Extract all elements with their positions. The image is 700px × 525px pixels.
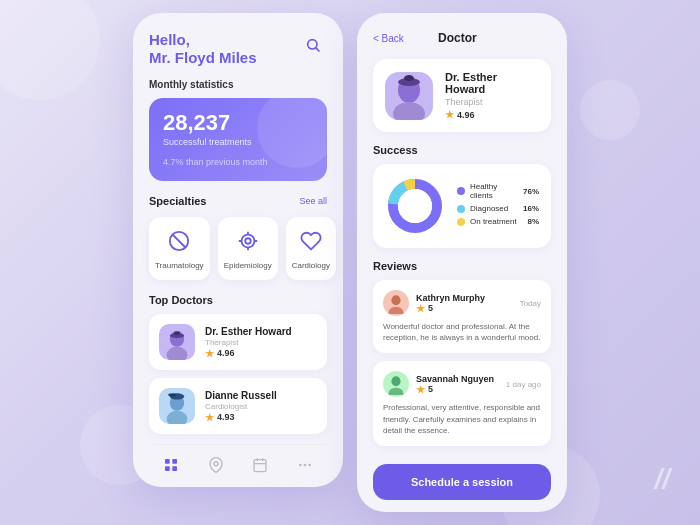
review-card-savannah: Savannah Nguyen ★ 5 1 day ago Profession… (373, 361, 551, 446)
svg-point-40 (391, 377, 400, 387)
profile-info: Dr. Esther Howard Therapist ★ 4.96 (445, 71, 539, 120)
reviewer-name-savannah: Savannah Nguyen (416, 374, 494, 384)
svg-rect-23 (254, 460, 266, 472)
review-header-savannah: Savannah Nguyen ★ 5 1 day ago (383, 371, 541, 397)
specialty-cardiology[interactable]: Cardiology (286, 217, 336, 280)
svg-point-38 (391, 295, 400, 305)
nav-location-icon[interactable] (206, 455, 226, 475)
nav-calendar-icon[interactable] (250, 455, 270, 475)
svg-point-41 (389, 388, 404, 395)
svg-point-13 (174, 332, 180, 335)
specialty-epidemiology[interactable]: Epidemiology (218, 217, 278, 280)
reviewer-info-kathryn: Kathryn Murphy ★ 5 (383, 290, 485, 316)
review-header-kathryn: Kathryn Murphy ★ 5 Today (383, 290, 541, 316)
doctor-name-dianne: Dianne Russell (205, 390, 277, 401)
specialty-traumatology[interactable]: Traumatology (149, 217, 210, 280)
review-time-savannah: 1 day ago (506, 380, 541, 389)
svg-point-39 (389, 307, 404, 314)
svg-point-29 (308, 464, 311, 467)
legend-dot-diagnosed (457, 205, 465, 213)
review-text-kathryn: Wonderful doctor and professional. At th… (383, 321, 541, 343)
svg-rect-19 (173, 459, 178, 464)
reviews-section: Reviews Kathryn Murphy ★ (373, 260, 551, 446)
cardiology-icon (297, 227, 325, 255)
doctor-spec-esther: Therapist (205, 338, 292, 347)
specialties-header: Specialties See all (149, 195, 327, 207)
star-icon: ★ (205, 412, 214, 423)
doctor-spec-dianne: Cardiologist (205, 402, 277, 411)
svg-point-33 (404, 75, 414, 81)
bottom-nav (149, 444, 327, 475)
cardiology-label: Cardiology (292, 261, 330, 270)
reviewer-rating-savannah: ★ 5 (416, 384, 494, 395)
nav-home-icon[interactable] (161, 455, 181, 475)
reviewer-avatar-kathryn (383, 290, 409, 316)
doctor-name-esther: Dr. Esther Howard (205, 326, 292, 337)
greeting: Hello, Mr. Floyd Miles (149, 31, 257, 67)
phones-container: Hello, Mr. Floyd Miles Monthly statistic… (133, 13, 567, 512)
specialties-row: Traumatology Epidemiology (149, 217, 327, 280)
avatar-dianne (159, 388, 195, 424)
star-icon: ★ (205, 348, 214, 359)
review-time-kathryn: Today (520, 299, 541, 308)
profile-doctor-name: Dr. Esther Howard (445, 71, 539, 95)
svg-point-17 (168, 393, 176, 396)
success-content: Healthy clients 76% Diagnosed 16% On tre… (373, 164, 551, 248)
reviewer-name-kathryn: Kathryn Murphy (416, 293, 485, 303)
reviewer-avatar-savannah (383, 371, 409, 397)
legend-diagnosed: Diagnosed 16% (457, 204, 539, 213)
svg-rect-21 (173, 466, 178, 471)
svg-line-3 (173, 235, 186, 248)
profile-doctor-spec: Therapist (445, 97, 539, 107)
svg-point-11 (167, 347, 188, 360)
legend-dot-treatment (457, 218, 465, 226)
legend-dot-healthy (457, 187, 465, 195)
svg-point-22 (214, 462, 218, 466)
reviewer-rating-kathryn: ★ 5 (416, 303, 485, 314)
success-section: Success Healthy clients (373, 144, 551, 248)
traumatology-icon (165, 227, 193, 255)
svg-point-27 (299, 464, 302, 467)
slash-decoration: // (654, 463, 670, 495)
see-all-specialties[interactable]: See all (299, 196, 327, 206)
doctor-card-esther[interactable]: Dr. Esther Howard Therapist ★ 4.96 (149, 314, 327, 370)
reviewer-info-savannah: Savannah Nguyen ★ 5 (383, 371, 494, 397)
svg-rect-18 (165, 459, 170, 464)
page-title: Doctor (438, 31, 477, 45)
star-icon: ★ (445, 109, 454, 120)
left-phone: Hello, Mr. Floyd Miles Monthly statistic… (133, 13, 343, 487)
right-phone: < Back Doctor Dr. Esther Howard Therapis… (357, 13, 567, 512)
specialties-title: Specialties (149, 195, 206, 207)
doctor-rating-esther: ★ 4.96 (205, 348, 292, 359)
svg-point-28 (303, 464, 306, 467)
nav-more-icon[interactable] (295, 455, 315, 475)
svg-point-31 (393, 102, 425, 120)
schedule-button[interactable]: Schedule a session (373, 464, 551, 500)
svg-point-4 (245, 238, 251, 244)
legend-healthy: Healthy clients 76% (457, 182, 539, 200)
back-header: < Back Doctor (373, 31, 551, 45)
svg-point-5 (241, 235, 254, 248)
legend-on-treatment: On treatment 8% (457, 217, 539, 226)
doctor-card-dianne[interactable]: Dianne Russell Cardiologist ★ 4.93 (149, 378, 327, 434)
profile-rating: ★ 4.96 (445, 109, 539, 120)
svg-line-1 (316, 48, 319, 51)
epidemiology-label: Epidemiology (224, 261, 272, 270)
phone-header: Hello, Mr. Floyd Miles (149, 31, 327, 67)
svg-point-15 (167, 411, 188, 424)
donut-chart (385, 176, 445, 236)
top-doctors-title: Top Doctors (149, 294, 327, 306)
doctor-profile-card: Dr. Esther Howard Therapist ★ 4.96 (373, 59, 551, 132)
top-doctors-section: Top Doctors Dr. Esther Howard Therapist (149, 294, 327, 434)
epidemiology-icon (234, 227, 262, 255)
search-button[interactable] (299, 31, 327, 59)
doctor-info-dianne: Dianne Russell Cardiologist ★ 4.93 (205, 390, 277, 423)
avatar-esther (159, 324, 195, 360)
reviews-title: Reviews (373, 260, 551, 272)
back-button[interactable]: < Back (373, 33, 404, 44)
monthly-stats-label: Monthly statistics (149, 79, 327, 90)
review-card-kathryn: Kathryn Murphy ★ 5 Today Wonderful docto… (373, 280, 551, 353)
review-text-savannah: Professional, very attentive, responsibl… (383, 402, 541, 436)
success-legend: Healthy clients 76% Diagnosed 16% On tre… (457, 182, 539, 230)
traumatology-label: Traumatology (155, 261, 204, 270)
